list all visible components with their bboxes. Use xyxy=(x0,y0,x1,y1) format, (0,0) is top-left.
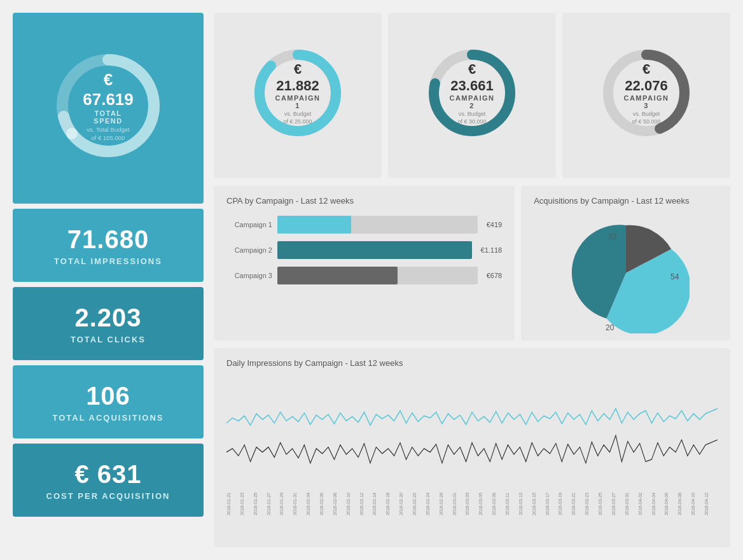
acquisitions-chart-title: Acquisitions by Campaign - Last 12 weeks xyxy=(534,196,718,206)
cpa-bar-value-1: €419 xyxy=(487,221,502,228)
impressions-svg xyxy=(226,383,718,485)
sidebar: € 67.619 TOTAL SPEND vs. Total Budget of… xyxy=(13,13,204,547)
total-spend-sub1: vs. Total Budget xyxy=(80,126,137,133)
impressions-label: TOTAL IMPRESSIONS xyxy=(54,256,162,266)
total-spend-center: € 67.619 TOTAL SPEND vs. Total Budget of… xyxy=(80,70,137,141)
impressions-chart-title: Daily Impressions by Campaign - Last 12 … xyxy=(226,358,718,368)
campaign-3-card: € 22.076 CAMPAIGN 3 vs. Budget of € 50.0… xyxy=(562,13,730,178)
campaign-3-sub1: vs. Budget xyxy=(621,111,672,117)
total-spend-kpi: € 67.619 TOTAL SPEND vs. Total Budget of… xyxy=(13,13,204,204)
campaign-2-card: € 23.661 CAMPAIGN 2 vs. Budget of € 30.0… xyxy=(388,13,556,178)
cpa-number: € 631 xyxy=(74,460,141,489)
campaign-1-name: CAMPAIGN 1 xyxy=(272,94,323,109)
cpa-kpi: € 631 COST PER ACQUISITION xyxy=(13,444,204,517)
acquisitions-pie-chart: Acquisitions by Campaign - Last 12 weeks… xyxy=(521,186,730,340)
cpa-bar-track-1 xyxy=(277,216,478,234)
x-axis-labels: 2016-01-21 2016-01-23 2016-01-25 2016-01… xyxy=(226,493,718,515)
cpa-bar-fill-3 xyxy=(277,267,398,284)
cpa-label: COST PER ACQUISITION xyxy=(46,491,170,501)
acquisitions-label: TOTAL ACQUISITIONS xyxy=(53,413,164,423)
pie-container: 32 54 20 xyxy=(534,216,718,330)
total-spend-amount: € 67.619 xyxy=(80,70,137,109)
svg-text:32: 32 xyxy=(608,232,617,241)
clicks-number: 2.203 xyxy=(74,304,141,332)
cpa-bar-value-3: €678 xyxy=(487,272,502,279)
cpa-bar-fill-1 xyxy=(277,216,351,234)
cpa-bar-value-2: €1.118 xyxy=(481,246,503,254)
campaign-3-name: CAMPAIGN 3 xyxy=(621,94,672,109)
total-acquisitions-kpi: 106 TOTAL ACQUISITIONS xyxy=(13,365,204,438)
cpa-bar-row-1: Campaign 1 €419 xyxy=(226,216,502,234)
cpa-bar-row-3: Campaign 3 €678 xyxy=(226,267,502,284)
campaign-1-donut: € 21.882 CAMPAIGN 1 vs. Budget of € 25.0… xyxy=(247,42,349,144)
total-impressions-kpi: 71.680 TOTAL IMPRESSIONS xyxy=(13,209,204,282)
campaign-1-amount: € 21.882 xyxy=(272,61,323,94)
campaign-1-sub2: of € 25.000 xyxy=(272,118,323,125)
total-spend-donut: € 67.619 TOTAL SPEND vs. Total Budget of… xyxy=(51,48,165,163)
campaign-3-amount: € 22.076 xyxy=(621,61,672,94)
middle-charts-row: CPA by Campaign - Last 12 weeks Campaign… xyxy=(214,186,730,340)
cpa-bar-fill-2 xyxy=(277,241,472,259)
main-content: € 21.882 CAMPAIGN 1 vs. Budget of € 25.0… xyxy=(214,13,730,547)
acquisitions-number: 106 xyxy=(86,382,130,410)
impressions-number: 71.680 xyxy=(67,225,149,254)
cpa-bar-label-3: Campaign 3 xyxy=(226,272,272,279)
campaign-2-donut: € 23.661 CAMPAIGN 2 vs. Budget of € 30.0… xyxy=(421,42,523,144)
campaign-3-donut: € 22.076 CAMPAIGN 3 vs. Budget of € 50.0… xyxy=(595,42,697,144)
svg-text:20: 20 xyxy=(606,323,615,332)
campaign-2-center: € 23.661 CAMPAIGN 2 vs. Budget of € 30.0… xyxy=(447,61,497,125)
cpa-bar-row-2: Campaign 2 €1.118 xyxy=(226,241,502,259)
cpa-bar-label-1: Campaign 1 xyxy=(226,221,272,228)
cpa-bar-label-2: Campaign 2 xyxy=(226,246,272,254)
campaign-2-amount: € 23.661 xyxy=(447,61,497,94)
svg-text:54: 54 xyxy=(670,272,679,281)
clicks-label: TOTAL CLICKS xyxy=(71,335,146,344)
campaign-1-sub1: vs. Budget xyxy=(272,111,323,117)
campaign-2-name: CAMPAIGN 2 xyxy=(447,94,497,109)
impressions-line-chart: Daily Impressions by Campaign - Last 12 … xyxy=(214,348,730,547)
campaign-cards-row: € 21.882 CAMPAIGN 1 vs. Budget of € 25.0… xyxy=(214,13,730,178)
campaign-1-center: € 21.882 CAMPAIGN 1 vs. Budget of € 25.0… xyxy=(272,61,323,125)
cpa-chart-title: CPA by Campaign - Last 12 weeks xyxy=(226,196,502,206)
campaign-3-center: € 22.076 CAMPAIGN 3 vs. Budget of € 50.0… xyxy=(621,61,672,125)
campaign-3-sub2: of € 50.000 xyxy=(621,118,672,125)
total-spend-label: TOTAL SPEND xyxy=(80,109,137,125)
cpa-bar-track-2 xyxy=(277,241,472,259)
total-spend-sub2: of € 105.000 xyxy=(80,134,137,141)
campaign-2-sub2: of € 30.000 xyxy=(447,118,497,125)
cpa-bar-chart: CPA by Campaign - Last 12 weeks Campaign… xyxy=(214,186,515,340)
total-clicks-kpi: 2.203 TOTAL CLICKS xyxy=(13,287,204,360)
cpa-bar-track-3 xyxy=(277,267,478,284)
campaign-1-card: € 21.882 CAMPAIGN 1 vs. Budget of € 25.0… xyxy=(214,13,382,178)
campaign-2-sub1: vs. Budget xyxy=(447,111,497,117)
